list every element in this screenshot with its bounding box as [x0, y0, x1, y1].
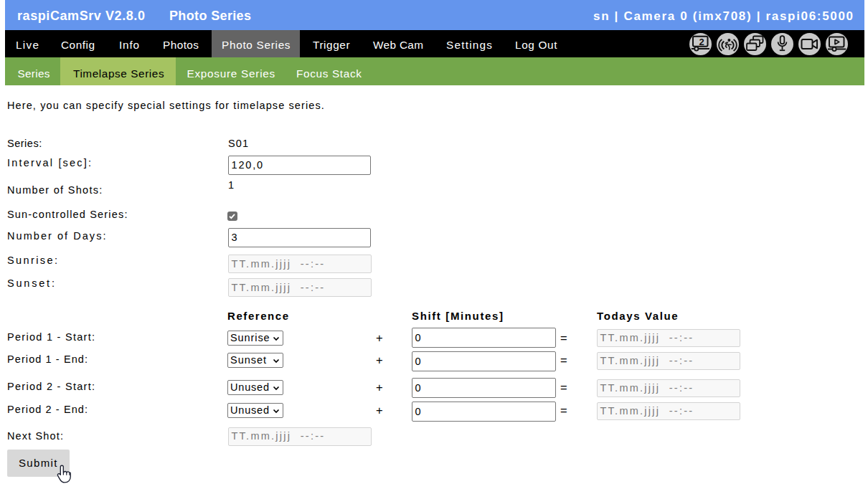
svg-text:2: 2 [699, 37, 704, 47]
